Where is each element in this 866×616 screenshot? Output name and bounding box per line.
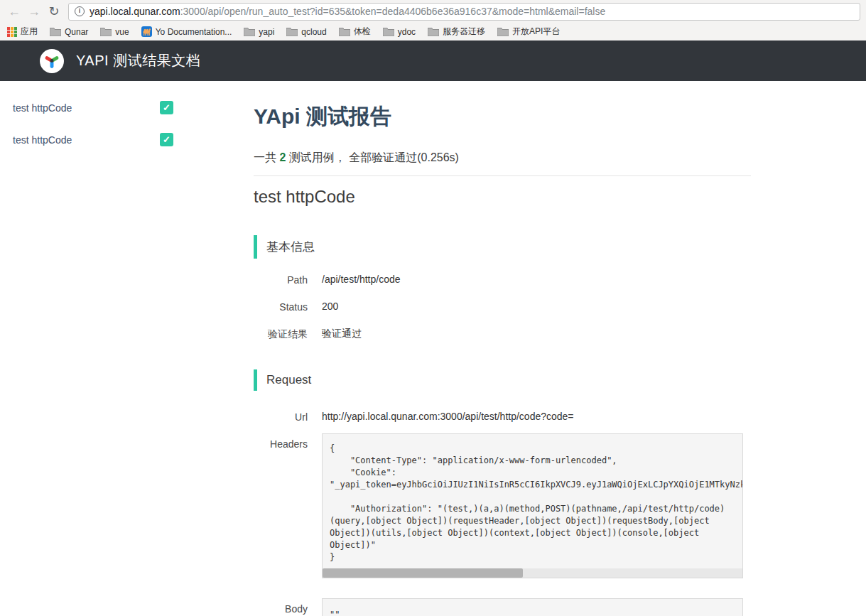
body-code: "" (323, 599, 742, 616)
bookmark-label: yapi (259, 27, 274, 37)
sidebar-item-label: test httpCode (13, 134, 72, 146)
folder-icon (339, 27, 350, 36)
folder-icon (383, 27, 394, 36)
section-request: Request (254, 369, 751, 391)
report-title: YApi 测试报告 (254, 102, 751, 131)
bookmark-label: 开放API平台 (512, 26, 560, 38)
folder-icon (244, 27, 255, 36)
folder-icon (497, 27, 509, 36)
bookmark-label: qcloud (301, 27, 326, 37)
sidebar-item-test-httpcode[interactable]: test httpCode ✓ (13, 133, 173, 146)
bookmarks-bar: 应用 Qunar vue Yo Documentation... yapi qc… (0, 23, 866, 40)
headers-code: { "Content-Type": "application/x-www-for… (323, 434, 742, 563)
bookmark-folder[interactable]: Qunar (50, 27, 88, 37)
sidebar: test httpCode ✓ test httpCode ✓ (0, 81, 213, 616)
section-basic-info: 基本信息 (254, 235, 751, 259)
bookmark-folder[interactable]: yapi (244, 27, 274, 37)
content: test httpCode ✓ test httpCode ✓ YApi 测试报… (0, 81, 866, 616)
bookmark-folder[interactable]: qcloud (286, 27, 326, 37)
row-label: 验证结果 (254, 328, 308, 341)
row-label: Url (254, 411, 308, 423)
camel-icon (141, 26, 152, 37)
row-body: Body "" (254, 598, 751, 616)
bookmark-folder[interactable]: 体检 (339, 26, 371, 38)
sidebar-item-label: test httpCode (13, 102, 72, 114)
summary-suffix: 测试用例， 全部验证通过(0.256s) (286, 151, 459, 163)
row-path: Path /api/test/http/code (254, 274, 751, 286)
summary-prefix: 一共 (254, 151, 279, 163)
bookmark-yo-documentation[interactable]: Yo Documentation... (141, 26, 232, 37)
apps-grid-icon (7, 27, 17, 37)
yapi-logo-icon (40, 49, 64, 73)
row-label: Path (254, 274, 308, 286)
check-icon: ✓ (160, 133, 173, 146)
bookmark-folder[interactable]: ydoc (383, 27, 416, 37)
forward-icon[interactable]: → (26, 3, 43, 20)
folder-icon (286, 27, 298, 36)
row-value: /api/test/http/code (322, 274, 401, 285)
folder-icon (428, 27, 439, 36)
folder-icon (50, 27, 61, 36)
basic-info-rows: Path /api/test/http/code Status 200 验证结果… (254, 274, 751, 341)
bookmark-label: ydoc (398, 27, 416, 37)
bookmark-label: vue (115, 27, 129, 37)
page-title: YAPI 测试结果文档 (76, 51, 200, 70)
bookmark-label: 应用 (21, 26, 38, 38)
row-label: Status (254, 301, 308, 313)
sidebar-item-test-httpcode[interactable]: test httpCode ✓ (13, 101, 173, 114)
report-summary: 一共 2 测试用例， 全部验证通过(0.256s) (254, 151, 751, 166)
bookmark-label: Qunar (65, 27, 88, 37)
row-url: Url http://yapi.local.qunar.com:3000/api… (254, 411, 751, 423)
row-label: Headers (254, 433, 308, 450)
divider (254, 175, 751, 176)
check-icon: ✓ (160, 101, 173, 114)
url-path: :3000/api/open/run_auto_test?id=635&toke… (180, 6, 606, 17)
back-icon[interactable]: ← (6, 3, 23, 20)
row-headers: Headers { "Content-Type": "application/x… (254, 433, 751, 578)
url-origin: yapi.local.qunar.com (90, 6, 180, 17)
reload-icon[interactable]: ↻ (45, 3, 63, 20)
bookmark-folder[interactable]: 服务器迁移 (428, 26, 485, 38)
bookmark-label: 体检 (354, 26, 371, 38)
url-text[interactable]: yapi.local.qunar.com:3000/api/open/run_a… (90, 6, 605, 17)
request-url: http://yapi.local.qunar.com:3000/api/tes… (322, 411, 574, 422)
scrollbar-thumb[interactable] (323, 568, 523, 578)
body-code-block: "" (322, 598, 743, 616)
bookmark-folder[interactable]: 开放API平台 (497, 26, 560, 38)
row-label: Body (254, 598, 308, 615)
page-info-icon[interactable]: i (75, 6, 85, 16)
bookmark-folder[interactable]: vue (100, 27, 129, 37)
headers-code-block: { "Content-Type": "application/x-www-for… (322, 433, 743, 578)
folder-icon (100, 27, 112, 36)
bookmark-label: Yo Documentation... (156, 27, 232, 37)
horizontal-scrollbar[interactable] (323, 568, 742, 578)
row-value: 验证通过 (322, 328, 362, 340)
case-title: test httpCode (254, 187, 751, 207)
address-bar[interactable]: i yapi.local.qunar.com:3000/api/open/run… (68, 3, 860, 21)
row-validation-result: 验证结果 验证通过 (254, 328, 751, 341)
row-status: Status 200 (254, 301, 751, 313)
browser-toolbar: ← → ↻ i yapi.local.qunar.com:3000/api/op… (0, 0, 866, 23)
app-header: YAPI 测试结果文档 (0, 40, 866, 81)
row-value: 200 (322, 301, 338, 312)
bookmark-label: 服务器迁移 (443, 26, 485, 38)
report-main: YApi 测试报告 一共 2 测试用例， 全部验证通过(0.256s) test… (254, 81, 751, 616)
bookmark-apps[interactable]: 应用 (7, 26, 38, 38)
